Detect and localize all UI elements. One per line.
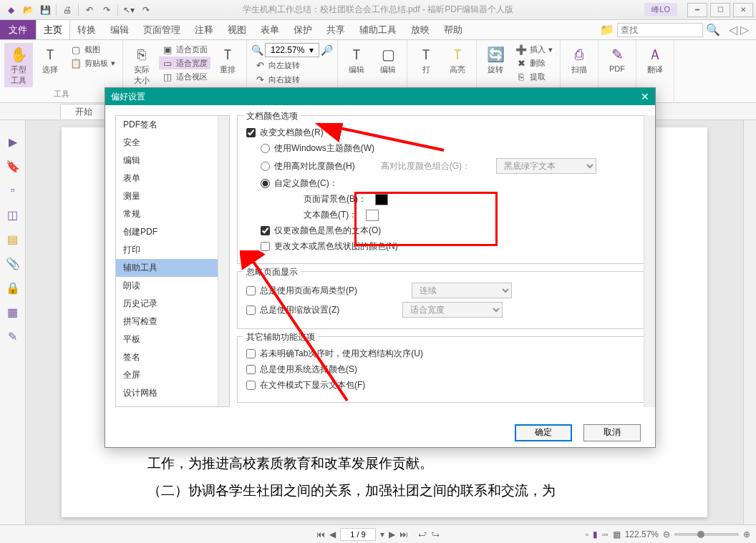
menu-form[interactable]: 表单 (253, 20, 286, 39)
redo-icon[interactable]: ↷ (99, 2, 115, 18)
menu-home[interactable]: 主页 (36, 20, 70, 39)
change-doc-color-checkbox[interactable] (246, 128, 256, 137)
menu-slideshow[interactable]: 放映 (404, 20, 437, 39)
signatures-icon[interactable]: ✎ (6, 329, 20, 343)
fields-icon[interactable]: ▦ (6, 305, 20, 319)
dialog-sidebar-item[interactable]: 创建PDF (116, 223, 229, 241)
dialog-sidebar-item[interactable]: 辅助工具 (116, 259, 229, 277)
bookmark-icon[interactable]: 🔖 (6, 159, 20, 173)
menu-comment[interactable]: 注释 (188, 20, 220, 39)
zoom-in-status-icon[interactable]: ⊕ (743, 529, 750, 539)
dialog-sidebar-item[interactable]: 安全 (116, 134, 229, 152)
dialog-sidebar-item[interactable]: 表单 (116, 170, 229, 187)
ok-button[interactable]: 确定 (515, 424, 572, 441)
page-dropdown-icon[interactable]: ▾ (380, 529, 384, 539)
open-icon[interactable]: 📂 (20, 2, 36, 18)
delete-page-button[interactable]: ✖删除 (513, 57, 556, 69)
print-icon[interactable]: 🖨 (59, 2, 75, 18)
snapshot-button[interactable]: ▢截图 (67, 43, 118, 56)
zoom-in-icon[interactable]: 🔎 (321, 44, 333, 56)
select-tool-button[interactable]: Ｔ选择 (36, 43, 64, 77)
actual-size-button[interactable]: ⎘实际 大小 (127, 43, 156, 87)
dialog-sidebar-item[interactable]: 打印 (116, 241, 229, 259)
reflow-button[interactable]: Ｔ重排 (213, 43, 242, 77)
insert-page-button[interactable]: ➕插入▾ (513, 43, 556, 56)
menu-help[interactable]: 帮助 (437, 20, 470, 39)
translate-button[interactable]: Ａ翻译 (641, 43, 669, 77)
menu-page[interactable]: 页面管理 (136, 20, 188, 39)
tab-start[interactable]: 开始 (60, 104, 107, 119)
search-icon[interactable]: 🔍 (706, 23, 720, 36)
dialog-sidebar-item[interactable]: 平板 (116, 331, 229, 348)
next-page-icon[interactable]: ▶ (389, 529, 395, 539)
rotate-page-button[interactable]: 🔄旋转 (481, 43, 510, 77)
custom-color-radio[interactable] (261, 179, 270, 188)
nav-back-icon[interactable]: ⮐ (418, 529, 427, 539)
dialog-sidebar-item[interactable]: 历史记录 (116, 295, 229, 313)
dialog-sidebar-item[interactable]: 身份信息 (116, 402, 229, 407)
dialog-sidebar-item[interactable]: 测量 (116, 187, 229, 205)
pdf-sign-button[interactable]: ✎PDF (603, 43, 631, 74)
use-windows-radio[interactable] (261, 144, 270, 153)
page-input[interactable] (340, 528, 376, 541)
search-input[interactable] (617, 23, 703, 37)
dialog-sidebar-item[interactable]: 朗读 (116, 277, 229, 295)
cursor-dropdown-icon[interactable]: ↖▾ (121, 2, 137, 18)
zoom-out-status-icon[interactable]: ⊖ (663, 529, 670, 539)
always-zoom-checkbox[interactable] (246, 305, 256, 315)
undo-icon[interactable]: ↶ (82, 2, 97, 18)
rotate-left-button[interactable]: ↶向左旋转 (251, 59, 333, 72)
text-color-swatch[interactable] (366, 210, 379, 221)
view-cont-facing-icon[interactable]: ▦ (613, 529, 621, 539)
dialog-sidebar-item[interactable]: 拼写检查 (116, 313, 229, 331)
save-icon[interactable]: 💾 (37, 2, 53, 18)
collapse-ribbon-icon[interactable]: ◁ ▷ (729, 23, 749, 36)
first-page-icon[interactable]: ⏮ (316, 529, 325, 539)
highlight-button[interactable]: Ｔ高亮 (443, 43, 472, 77)
menu-share[interactable]: 共享 (319, 20, 352, 39)
page-bg-color-swatch[interactable] (375, 194, 388, 205)
menu-view[interactable]: 视图 (220, 20, 253, 39)
maximize-button[interactable]: ☐ (710, 3, 730, 17)
dialog-sidebar-item[interactable]: 编辑 (116, 152, 229, 170)
prev-page-icon[interactable]: ◀ (329, 529, 336, 539)
dialog-close-button[interactable]: ✕ (641, 91, 649, 102)
dialog-sidebar-item[interactable]: 全屏 (116, 366, 229, 384)
cancel-button[interactable]: 取消 (583, 424, 641, 441)
always-layout-checkbox[interactable] (246, 286, 256, 295)
menu-accessibility[interactable]: 辅助工具 (352, 20, 404, 39)
expand-icon[interactable]: ▶ (6, 134, 20, 149)
attachments-icon[interactable]: 📎 (6, 256, 20, 270)
pages-icon[interactable]: ▫ (6, 183, 20, 197)
edit-obj-button[interactable]: ▢编辑 (374, 43, 402, 77)
nav-fwd-icon[interactable]: ⮑ (431, 529, 440, 539)
sys-color-checkbox[interactable] (246, 365, 256, 374)
only-black-checkbox[interactable] (261, 226, 270, 235)
view-cont-icon[interactable]: ▮ (593, 529, 598, 539)
hand-tool-button[interactable]: ✋手型 工具 (4, 43, 33, 87)
menu-protect[interactable]: 保护 (286, 20, 319, 39)
view-facing-icon[interactable]: ▫▫ (602, 529, 609, 539)
last-page-icon[interactable]: ⏭ (399, 529, 408, 539)
minimize-button[interactable]: ━ (687, 3, 707, 17)
redo2-icon[interactable]: ↷ (138, 2, 154, 18)
view-single-icon[interactable]: ▫ (586, 529, 588, 539)
rotate-right-button[interactable]: ↷向右旋转 (251, 73, 333, 86)
layers-icon[interactable]: ◫ (6, 207, 20, 222)
use-contrast-radio[interactable] (261, 162, 270, 171)
typewriter-button[interactable]: Ｔ打 (412, 43, 440, 77)
dialog-sidebar-item[interactable]: 签名 (116, 348, 229, 366)
file-menu[interactable]: 文件 (0, 20, 36, 39)
dialog-sidebar-item[interactable]: PDF签名 (116, 116, 229, 134)
dialog-sidebar-scrollbar[interactable] (218, 116, 229, 406)
clipboard-button[interactable]: 📋剪贴板▾ (67, 57, 118, 69)
tab-order-checkbox[interactable] (246, 349, 256, 358)
zoom-out-icon[interactable]: 🔍 (251, 44, 263, 56)
fit-width-button[interactable]: ▭适合宽度 (159, 57, 210, 69)
menu-convert[interactable]: 转换 (70, 20, 103, 39)
extract-page-button[interactable]: ⎘提取 (513, 70, 556, 83)
dialog-sidebar-item[interactable]: 设计网格 (116, 384, 229, 402)
comments-icon[interactable]: ▤ (6, 232, 20, 246)
change-line-checkbox[interactable] (261, 242, 270, 251)
zoom-input[interactable] (265, 43, 319, 57)
